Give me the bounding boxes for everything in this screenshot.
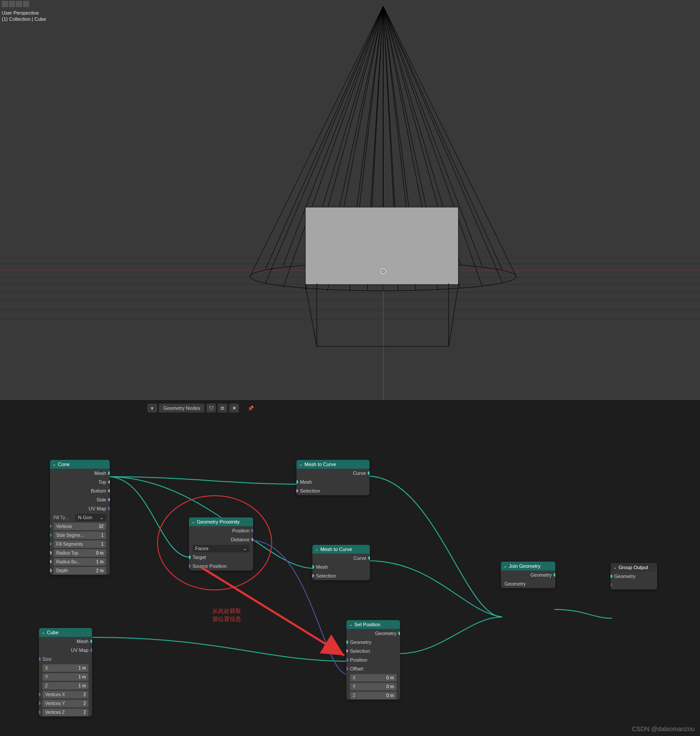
cursor-3d-icon (379, 267, 388, 276)
shield-icon[interactable]: 🛡 (206, 404, 216, 412)
node-cone[interactable]: ⌄Cone Mesh Top Bottom Side UV Map Fill T… (50, 460, 110, 575)
node-tree-name[interactable]: Geometry Nodes (159, 404, 204, 412)
node-cube[interactable]: ⌄Cube Mesh UV Map Size: X1 m Y1 m Z1 m V… (39, 628, 92, 717)
viewport-wireframe (0, 0, 700, 400)
node-tree-dropdown[interactable]: ▾ (147, 404, 157, 412)
node-editor[interactable]: ▾ Geometry Nodes 🛡 ⧉ ✕ 📌 ⌄Cone Mesh Top … (0, 400, 700, 736)
pin-icon[interactable]: 📌 (246, 404, 256, 412)
viewport-3d[interactable]: User Perspective (1) Collection | Cube (0, 0, 700, 400)
annotation-circle (157, 495, 272, 590)
close-icon[interactable]: ✕ (229, 404, 239, 412)
node-title: Cone (58, 462, 69, 467)
fill-type-dropdown[interactable]: N-Gon⌄ (75, 514, 106, 521)
node-set-position[interactable]: ⌄Set Position Geometry Geometry Selectio… (346, 620, 400, 700)
node-join-geometry[interactable]: ⌄Join Geometry Geometry Geometry (501, 562, 555, 588)
node-mesh-to-curve-1[interactable]: ⌄Mesh to Curve Curve Mesh Selection (296, 460, 369, 495)
node-mesh-to-curve-2[interactable]: ⌄Mesh to Curve Curve Mesh Selection (312, 545, 370, 580)
node-group-output[interactable]: ⌄Group Output Geometry (611, 563, 657, 590)
prop-vertices[interactable]: Vertices32 (54, 523, 106, 530)
watermark: CSDN @dalaomanzou (632, 725, 695, 732)
annotation-text: 从此处获取 源位置信息 (212, 607, 241, 623)
copy-icon[interactable]: ⧉ (218, 404, 227, 412)
